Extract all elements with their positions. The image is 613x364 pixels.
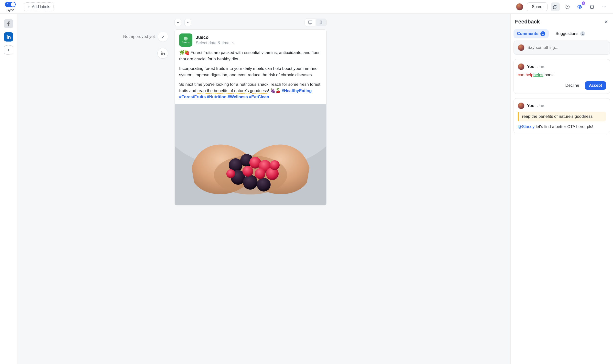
decline-button[interactable]: Decline xyxy=(563,81,582,90)
more-icon[interactable] xyxy=(600,2,609,11)
avatar[interactable] xyxy=(516,3,523,11)
svg-rect-6 xyxy=(7,36,7,39)
brand-logo: Jusco xyxy=(179,33,192,47)
suggestion-text: can helphelps boost xyxy=(518,73,606,78)
svg-rect-8 xyxy=(161,53,162,55)
approval-row: Not approved yet xyxy=(123,32,168,41)
comment-body: @Stacey let's find a better CTA here, pl… xyxy=(518,124,606,129)
suggestion-card: You · 1m can helphelps boost Decline Acc… xyxy=(514,59,610,94)
svg-point-3 xyxy=(602,6,603,7)
svg-point-27 xyxy=(226,169,235,178)
approval-status: Not approved yet xyxy=(123,34,155,39)
svg-point-12 xyxy=(321,23,321,24)
suggestion-highlight-1[interactable]: can help boost xyxy=(265,66,292,71)
suggestions-count: 1 xyxy=(580,31,585,36)
post-header: Jusco Jusco Select date & time xyxy=(175,30,326,48)
canvas-inner: Not approved yet xyxy=(174,14,404,364)
comment-author: You xyxy=(527,64,534,69)
svg-rect-2 xyxy=(590,5,594,6)
post-body[interactable]: 🌿🍓 Forest fruits are packed with essenti… xyxy=(175,48,326,104)
comments-count: 1 xyxy=(540,31,545,36)
mobile-view-button[interactable] xyxy=(316,19,326,26)
add-channel-button[interactable]: + xyxy=(4,45,13,55)
topbar: Sync + Add labels Share + xyxy=(0,0,613,14)
svg-point-25 xyxy=(242,166,253,177)
feedback-tabs: Comments 1 Suggestions 1 xyxy=(511,27,613,40)
close-icon xyxy=(604,19,609,24)
sync-label: Sync xyxy=(6,8,14,12)
svg-point-1 xyxy=(579,6,581,8)
feedback-title: Feedback xyxy=(515,19,540,25)
linkedin-channel-button[interactable] xyxy=(4,32,13,41)
comment-card: You · 1m reap the benefits of nature's g… xyxy=(514,98,610,133)
facebook-channel-button[interactable] xyxy=(4,19,13,28)
add-labels-button[interactable]: + Add labels xyxy=(24,2,54,11)
sync-group: Sync xyxy=(3,2,18,12)
svg-point-26 xyxy=(270,160,280,170)
close-feedback-button[interactable] xyxy=(604,19,609,24)
post-para1: Forest fruits are packed with essential … xyxy=(179,50,320,61)
avatar xyxy=(518,63,524,70)
archive-icon[interactable] xyxy=(587,2,596,11)
post-card: Jusco Jusco Select date & time 🌿🍓 Forest… xyxy=(174,29,327,206)
date-placeholder: Select date & time xyxy=(196,40,229,45)
floating-linkedin-button[interactable] xyxy=(157,48,168,59)
device-toggle xyxy=(305,19,327,26)
canvas: Not approved yet xyxy=(17,14,510,364)
feedback-panel: Feedback Comments 1 Suggestions 1 xyxy=(510,14,613,364)
svg-point-5 xyxy=(605,6,606,7)
sync-toggle[interactable] xyxy=(5,2,16,7)
left-rail: + xyxy=(0,14,17,364)
desktop-view-button[interactable] xyxy=(305,19,316,26)
svg-point-19 xyxy=(243,175,258,190)
main: + Not approved yet xyxy=(0,14,613,364)
avatar xyxy=(518,102,524,109)
svg-point-9 xyxy=(161,52,162,52)
plus-badge: + xyxy=(582,1,585,5)
svg-point-20 xyxy=(257,178,271,192)
topbar-right: Share + xyxy=(516,2,609,11)
svg-rect-10 xyxy=(308,21,312,23)
add-labels-text: Add labels xyxy=(32,5,50,9)
date-picker[interactable]: Select date & time xyxy=(196,40,235,45)
tab-comments[interactable]: Comments 1 xyxy=(514,29,549,38)
comment-quote: reap the benefits of nature's goodness xyxy=(518,112,606,121)
prev-post-button[interactable] xyxy=(174,19,181,26)
brand-name: Jusco xyxy=(196,35,235,40)
plus-icon: + xyxy=(28,5,30,9)
accept-button[interactable]: Accept xyxy=(585,81,606,90)
post-image xyxy=(175,104,326,205)
comment-author: You xyxy=(527,103,534,108)
comment-highlight[interactable]: reap the benefits of nature's goodness xyxy=(198,89,268,93)
svg-point-7 xyxy=(7,35,7,36)
comment-input-box[interactable] xyxy=(514,40,610,55)
next-post-button[interactable] xyxy=(184,19,191,26)
avatar xyxy=(518,44,524,51)
comment-input[interactable] xyxy=(527,45,606,50)
post-toolbar xyxy=(174,19,327,26)
chat-icon[interactable] xyxy=(551,2,560,11)
svg-point-24 xyxy=(255,168,266,179)
tab-suggestions[interactable]: Suggestions 1 xyxy=(552,29,589,38)
history-icon[interactable] xyxy=(563,2,572,11)
share-button[interactable]: Share xyxy=(527,2,547,11)
mention[interactable]: @Stacey xyxy=(518,124,534,129)
chevron-down-icon xyxy=(231,41,235,45)
svg-point-4 xyxy=(604,6,605,7)
comment-meta: · 1m xyxy=(537,65,544,69)
post-emoji: 🌿🍓 xyxy=(179,50,189,55)
approve-button[interactable] xyxy=(158,32,168,41)
comment-meta: · 1m xyxy=(537,104,544,108)
visibility-icon[interactable]: + xyxy=(575,2,584,11)
